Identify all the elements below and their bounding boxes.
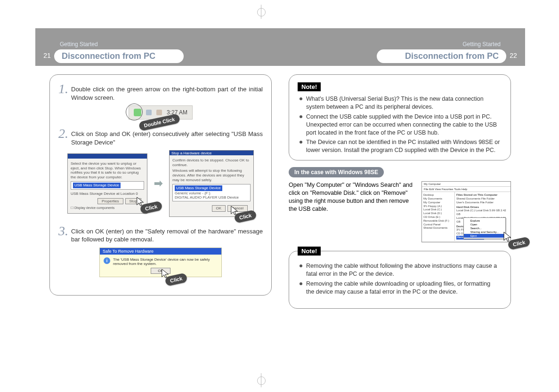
dialog-instruction: Select the device you want to unplug or … bbox=[71, 161, 144, 179]
tree-item: My Documents bbox=[423, 197, 453, 201]
tree-item: 3½ Floppy (A:) bbox=[423, 205, 453, 208]
note-label: Note! bbox=[298, 82, 321, 91]
title-pill-left: Disconnection from PC bbox=[54, 49, 184, 63]
crop-mark-top bbox=[261, 5, 299, 19]
note-item: Connect the USB cable supplied with the … bbox=[300, 113, 500, 137]
note-box-2: Note! Removing the cable without followi… bbox=[289, 251, 511, 309]
balloon-title: Safe To Remove Hardware bbox=[100, 248, 221, 255]
note-item: Removing the cable while downloading or … bbox=[300, 280, 500, 296]
device-list: USB Mass Storage Device bbox=[71, 181, 144, 190]
step-1-text: Double click on the green arrow on the r… bbox=[71, 82, 263, 102]
tree-item: Removable Disk (F:) bbox=[423, 219, 453, 223]
device-location: USB Mass Storage Device at Location 0 bbox=[71, 192, 144, 196]
context-item[interactable]: Sharing and Security... bbox=[464, 230, 505, 234]
device-item: USB Mass Storage Device bbox=[175, 185, 222, 191]
figure-tray: 3:27 AM Double Click bbox=[58, 105, 263, 120]
note-item: What's USB (Universal Serial Bus)? This … bbox=[300, 95, 500, 111]
list-group: Files Stored on This Computer bbox=[456, 193, 509, 197]
registration-circle bbox=[257, 8, 266, 16]
list-item: User's Documents File Folder bbox=[456, 201, 509, 205]
list-item: Local Disk (C:) Local Disk 5.99 GB 2.42 … bbox=[456, 209, 509, 216]
win98-paragraph: Open "My Computer" or "Windows Search" a… bbox=[289, 181, 416, 213]
title-pill-right: Disconnection from PC bbox=[377, 49, 506, 63]
step-3: 3. Click on OK (enter) on the "Safety re… bbox=[58, 224, 263, 244]
note-item: The Device can not be identified in the … bbox=[300, 138, 500, 154]
step-2-text: Click on Stop and OK (enter) consecutive… bbox=[71, 127, 263, 146]
page-title-right: Disconnection from PC bbox=[405, 51, 499, 61]
figure-dialogs: Select the device you want to unplug or … bbox=[58, 150, 263, 216]
tree-item: Desktop bbox=[423, 193, 453, 197]
page-number-right: 22 bbox=[506, 52, 520, 66]
context-eject[interactable]: Eject bbox=[464, 234, 505, 238]
header-band-left: 21 Getting Started Disconnection from PC bbox=[35, 28, 280, 66]
step-2: 2. Click on Stop and OK (enter) consecut… bbox=[58, 127, 263, 146]
list-group: Hard Disk Drives bbox=[456, 206, 509, 209]
step-1: 1. Double click on the green arrow on th… bbox=[58, 82, 263, 102]
note-label: Note! bbox=[298, 247, 321, 256]
step-3-num: 3. bbox=[58, 224, 68, 238]
win98-section: In the case with Windows 98SE Open "My C… bbox=[289, 160, 511, 242]
arrow-right-icon: ➡ bbox=[154, 177, 162, 190]
dialog2-instr1: Confirm devices to be stopped. Choose OK… bbox=[172, 158, 251, 167]
device-item: USB Mass Storage Device bbox=[73, 183, 121, 188]
highlight-circle bbox=[126, 104, 143, 120]
checkbox-label: Display device components bbox=[74, 206, 114, 209]
note1-list: What's USB (Universal Serial Bus)? This … bbox=[298, 95, 502, 154]
balloon-text: The 'USB Mass Storage Device' device can… bbox=[113, 257, 218, 266]
content-box-left: 1. Double click on the green arrow on th… bbox=[49, 74, 272, 296]
page-title-left: Disconnection from PC bbox=[62, 51, 155, 61]
device-item: Generic volume - (F:) bbox=[175, 191, 248, 196]
note2-list: Removing the cable without following the… bbox=[298, 262, 502, 296]
header-band-right: Getting Started Disconnection from PC 22 bbox=[280, 28, 525, 66]
context-item[interactable]: Search... bbox=[464, 226, 505, 230]
safe-remove-balloon: Safe To Remove Hardware i The 'USB Mass … bbox=[99, 248, 222, 277]
dialog-safely-remove: Select the device you want to unplug or … bbox=[67, 153, 147, 214]
step-3-text: Click on OK (enter) on the "Safety remov… bbox=[71, 224, 263, 244]
ok-button[interactable]: OK bbox=[212, 205, 226, 212]
page-right: Getting Started Disconnection from PC 22… bbox=[280, 28, 525, 358]
note-item: Removing the cable without following the… bbox=[300, 262, 500, 278]
dialog-titlebar bbox=[68, 154, 147, 159]
tree-item: Control Panel bbox=[423, 223, 453, 227]
figure-balloon: Safe To Remove Hardware i The 'USB Mass … bbox=[58, 248, 263, 277]
registration-circle bbox=[257, 376, 266, 385]
page-spread: 21 Getting Started Disconnection from PC… bbox=[35, 28, 525, 358]
device-item: DIGITAL AUDIO PLAYER USB Device bbox=[175, 195, 248, 200]
explorer-tree: Desktop My Documents My Computer 3½ Flop… bbox=[422, 192, 455, 241]
context-menu: Explore Open Search... Sharing and Secur… bbox=[463, 217, 506, 239]
device-list-2: USB Mass Storage Device Generic volume -… bbox=[172, 184, 251, 201]
section-label-left: Getting Started bbox=[54, 41, 184, 49]
list-item: Shared Documents File Folder bbox=[456, 197, 509, 201]
subheading-win98: In the case with Windows 98SE bbox=[289, 167, 384, 177]
dialog-titlebar: Stop a Hardware device bbox=[170, 151, 253, 155]
info-icon: i bbox=[104, 257, 110, 264]
context-item[interactable]: Explore bbox=[464, 219, 505, 223]
tray-icon bbox=[156, 110, 162, 115]
step-2-num: 2. bbox=[58, 127, 68, 140]
step-1-num: 1. bbox=[58, 82, 68, 96]
explorer-title: My Computer bbox=[422, 182, 510, 187]
tree-item: Local Disk (C:) bbox=[423, 208, 453, 212]
explorer-menu: File Edit View Favorites Tools Help bbox=[422, 187, 510, 192]
page-number-left: 21 bbox=[40, 52, 54, 66]
dialog-stop-device: Stop a Hardware device Confirm devices t… bbox=[169, 150, 254, 216]
crop-mark-bottom bbox=[261, 373, 299, 387]
my-computer-window: My Computer File Edit View Favorites Too… bbox=[421, 181, 511, 242]
tree-item: Shared Documents bbox=[423, 226, 453, 230]
section-label-right: Getting Started bbox=[457, 41, 506, 49]
dialog2-instr2: Windows will attempt to stop the followi… bbox=[172, 168, 251, 182]
properties-button[interactable]: Properties bbox=[97, 198, 123, 205]
note-box-1: Note! What's USB (Universal Serial Bus)?… bbox=[289, 74, 511, 160]
tree-item: Local Disk (D:) bbox=[423, 212, 453, 216]
context-item[interactable]: Open bbox=[464, 223, 505, 226]
page-left: 21 Getting Started Disconnection from PC… bbox=[35, 28, 280, 358]
tree-item: CD Drive (E:) bbox=[423, 216, 453, 219]
tree-item: My Computer bbox=[423, 201, 453, 205]
tray-icon bbox=[146, 110, 152, 115]
